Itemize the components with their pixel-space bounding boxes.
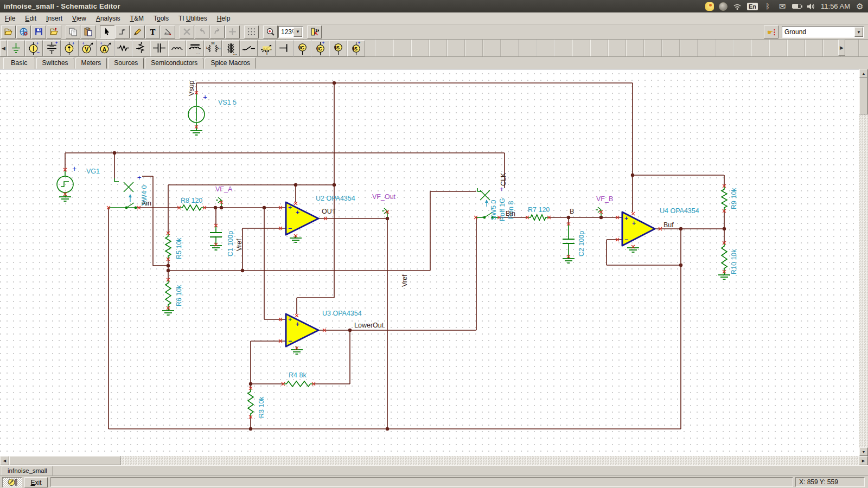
component-search-dropdown-icon[interactable]: ▼ [854,27,863,37]
component-SW4[interactable]: + [124,174,142,209]
label-R7_120[interactable]: R7 120 [528,206,550,214]
component-coupled-inductors-button[interactable]: ML₁L₂ [204,40,222,56]
scroll-left-icon[interactable]: ◀ [0,456,9,465]
component-R3[interactable] [248,388,253,417]
menu-help[interactable]: Help [212,14,235,23]
scroll-up-icon[interactable]: ▲ [859,69,868,78]
battery-icon[interactable] [792,4,801,9]
session-gear-icon[interactable]: ⚙ [855,2,865,11]
label-U3_OPA4354[interactable]: U3 OPA4354 [322,310,362,317]
last-component-button[interactable]: 1K [307,25,322,38]
component-is-circle-button[interactable]: IS [329,40,347,56]
label-VG1[interactable]: VG1 [86,168,100,175]
vertical-scrollbar-thumb[interactable] [859,78,868,114]
bluetooth-icon[interactable]: ᛒ [763,2,773,11]
open-web-button[interactable] [16,25,31,38]
label-R6_10k[interactable]: R6 10k [175,285,183,306]
component-VG1[interactable]: + [57,164,76,192]
wires[interactable] [65,83,724,429]
label-R9_10k[interactable]: R9 10k [730,188,738,209]
volume-icon[interactable] [806,2,816,11]
component-ground-button[interactable] [7,40,25,56]
delete-button[interactable] [180,25,194,38]
vertical-scrollbar[interactable]: ▲ ▼ [859,69,868,456]
component-search-combo[interactable]: Ground ▼ [782,26,864,38]
component-VS1[interactable]: + [188,93,207,123]
horizontal-scrollbar[interactable]: ◀ ▶ [0,456,868,465]
undo-button[interactable] [195,25,209,38]
wire-tool-button[interactable] [115,25,130,38]
tab-spice-macros[interactable]: Spice Macros [205,57,256,69]
titlebar[interactable]: infnoise_small - Schematic Editor En ᛒ ✉… [0,0,868,12]
text-tool-button[interactable]: T [145,25,160,38]
component-potentiometer-button[interactable] [132,40,150,56]
label-LowerOut[interactable]: LowerOut [354,322,384,329]
pencil-button[interactable] [130,25,145,38]
component-capacitor-button[interactable] [150,40,168,56]
label-SW5_0[interactable]: SW5 0 [490,200,497,220]
label-VF_Out[interactable]: VF_Out [372,193,396,201]
open-file-button[interactable] [1,25,16,38]
tab-sources[interactable]: Sources [108,57,144,69]
save-button[interactable] [31,25,46,38]
select-cursor-button[interactable] [100,25,114,38]
component-resistor-button[interactable] [114,40,132,56]
label-Roff_1G[interactable]: Roff 1G [499,198,506,221]
zoom-tool-button[interactable] [263,25,278,38]
keyboard-layout-indicator[interactable]: En [747,3,758,10]
label-U2_OPA4354[interactable]: U2 OPA4354 [316,195,355,202]
component-vsource-button[interactable]: +− [25,40,43,56]
menu-t-m[interactable]: T&M [125,14,149,23]
label-VF_B[interactable]: VF_B [596,195,613,203]
menu-insert[interactable]: Insert [41,14,67,23]
component-U4[interactable]: ++− [622,212,655,246]
grid-button[interactable] [244,25,259,38]
component-switch-button[interactable] [240,40,258,56]
paste-button[interactable] [81,25,95,38]
label-R8_120[interactable]: R8 120 [181,197,202,204]
probe-VF_A[interactable] [216,197,221,208]
label-CLK[interactable]: CLK [500,172,507,186]
component-battery-button[interactable]: + [43,40,61,56]
menu-tools[interactable]: Tools [149,14,174,23]
label-Bin[interactable]: Bin [506,210,515,217]
status-component-icon[interactable] [2,477,22,487]
label-SW4_0[interactable]: SW4 0 [141,185,148,206]
tab-semiconductors[interactable]: Semiconductors [145,57,203,69]
component-R8[interactable] [179,205,205,210]
tab-switches[interactable]: Switches [36,57,74,69]
label-OUT[interactable]: OUT [322,208,336,215]
label-B[interactable]: B [570,208,574,215]
component-R4[interactable] [283,381,314,387]
label-VF_A[interactable]: VF_A [215,185,233,193]
probe-VF_B[interactable] [596,207,601,217]
component-terminal-button[interactable] [276,40,293,56]
copy-button[interactable] [66,25,80,38]
component-inductor-iron-button[interactable]: ... [186,40,204,56]
open-project-button[interactable] [47,25,61,38]
component-trimmer-button[interactable]: T [258,40,276,56]
app-indicator-icon[interactable] [705,2,714,11]
label-VS1_5[interactable]: VS1 5 [218,99,237,106]
menu-file[interactable]: File [0,14,20,23]
component-U3[interactable]: ++− [286,314,318,346]
component-C2[interactable] [563,239,575,243]
wire-edit-button[interactable] [161,25,175,38]
label-Vref[interactable]: Vref [401,274,409,287]
label-R10_10k[interactable]: R10 10k [730,249,738,274]
wifi-icon[interactable] [732,2,742,11]
scroll-down-icon[interactable]: ▼ [859,447,868,456]
menu-view[interactable]: View [67,14,91,23]
component-is-plus-circle-button[interactable]: IS+ [347,40,365,56]
component-transformer-button[interactable]: ... [222,40,240,56]
menu-ti-utilities[interactable]: TI Utilities [174,14,212,23]
component-voltmeter-button[interactable]: V+ [79,40,97,56]
tab-basic[interactable]: Basic [3,57,35,69]
component-R7[interactable] [527,215,549,220]
component-U2[interactable]: ++− [286,202,318,235]
symbol-button[interactable] [225,25,240,38]
schematic-canvas[interactable]: ++++−++−++−++VsupVS1 5VG1AinSW4 0R8 120C… [0,69,859,456]
mail-icon[interactable]: ✉ [777,2,787,11]
scroll-right-icon[interactable]: ▶ [859,456,868,465]
document-tab[interactable]: infnoise_small [2,466,53,476]
